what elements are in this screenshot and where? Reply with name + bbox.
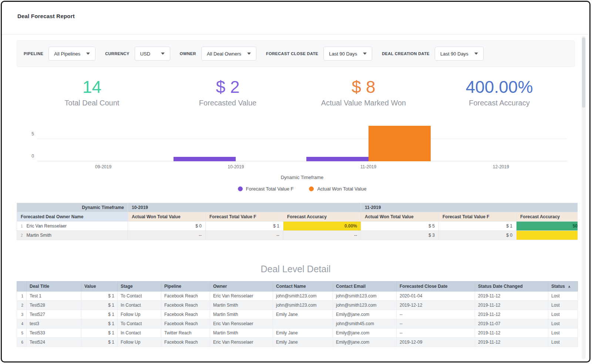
filter-dropdown-deal-creation-date[interactable]: Last 90 Days [435, 47, 484, 61]
legend-item[interactable]: Forecast Total Value F [238, 186, 294, 192]
filter-group-currency: CURRENCYUSD [105, 47, 170, 61]
forecast-bar-chart: 05 09-201910-201911-201912-2019 Dynamic … [37, 117, 567, 192]
detail-cell-owner: Eric Van Rensselaer [210, 291, 273, 301]
pivot-row-number: 1 [21, 224, 23, 228]
kpi-label: Forecasted Value [160, 99, 296, 107]
chevron-down-icon [161, 53, 165, 55]
detail-cell-status-date-changed: 2019-11-12 [475, 328, 548, 338]
filter-dropdown-forecast-close-date[interactable]: Last 90 Days [323, 47, 372, 61]
detail-cell-stage: Follow Up [118, 310, 161, 319]
detail-data-row[interactable]: 5Test533$ 1In ContactTwitter ReachMartin… [17, 328, 578, 338]
detail-table: Deal TitleValueStagePipelineOwnerContact… [17, 281, 578, 347]
detail-column-value[interactable]: Value [81, 282, 118, 291]
detail-cell-forecasted-close-date: 2020-01-04 [397, 291, 475, 301]
pivot-value-cell: -- [206, 231, 283, 240]
filter-dropdown-pipeline[interactable]: All Pipelines [48, 47, 95, 61]
detail-cell-owner: Martin Smith [210, 328, 273, 338]
detail-cell-status: Lost [548, 301, 578, 310]
detail-column-status[interactable]: Status ∧ [548, 282, 578, 291]
bar-forecast-total-value-f[interactable] [174, 157, 236, 161]
pivot-value-cell: $ 0 [439, 231, 517, 240]
detail-header-rownum [17, 282, 27, 291]
detail-column-pipeline[interactable]: Pipeline [161, 282, 210, 291]
bar-forecast-total-value-f[interactable] [306, 157, 369, 161]
detail-column-stage[interactable]: Stage [118, 282, 161, 291]
detail-column-contact-name[interactable]: Contact Name [273, 282, 333, 291]
detail-cell-owner: Eric Van Rensselaer [210, 319, 273, 328]
pivot-value-cell: $ 5 [361, 222, 439, 231]
detail-cell-forecasted-close-date: -- [397, 310, 475, 319]
pivot-column-header: Actual Won Total Value [128, 212, 206, 222]
detail-data-row[interactable]: 4test3$ 1To ContactFacebook ReachEric Va… [17, 319, 578, 328]
pivot-column-header: Actual Won Total Value [361, 212, 439, 222]
filter-selected-value: All Pipelines [54, 51, 80, 57]
chart-legend: Forecast Total Value FActual Won Total V… [37, 186, 567, 192]
legend-dot-icon [238, 186, 243, 191]
detail-data-row[interactable]: 6Test524$ 1Follow UpFacebook ReachEric V… [17, 338, 578, 347]
filter-group-owner: OWNERAll Deal Owners [180, 47, 256, 61]
pivot-owner-name-cell: 1Eric Van Rensselaer [17, 222, 128, 231]
detail-cell-deal-title: Test 1 [27, 291, 81, 301]
pivot-value-cell: 0.00% [283, 222, 361, 231]
pivot-column-header-row: Forecasted Deal Owner NameActual Won Tot… [17, 212, 578, 222]
detail-cell-value: $ 1 [81, 319, 118, 328]
kpi-label: Total Deal Count [24, 99, 160, 107]
pivot-column-header: Forecast Total Value F [206, 212, 283, 222]
detail-cell-deal-title: test3 [27, 319, 81, 328]
pivot-value-cell: $ 3 [361, 231, 439, 240]
detail-column-forecasted-close-date[interactable]: Forecasted Close Date [397, 282, 475, 291]
detail-column-owner[interactable]: Owner [210, 282, 273, 291]
scrollbar-thumb[interactable] [582, 37, 585, 108]
detail-cell-contact-name: Emily Jane [273, 328, 333, 338]
x-tick-label: 09-2019 [37, 164, 169, 169]
pivot-value-cell: 500.00% [517, 222, 578, 231]
detail-data-row[interactable]: 2Test528$ 1In ContactFacebook ReachMarti… [17, 301, 578, 310]
detail-column-deal-title[interactable]: Deal Title [27, 282, 81, 291]
chevron-down-icon [474, 53, 478, 55]
detail-row-number: 6 [17, 338, 27, 347]
detail-cell-contact-name [273, 319, 333, 328]
kpi-value: $ 2 [160, 77, 296, 97]
detail-data-row[interactable]: 1Test 1$ 1To ContactFacebook ReachEric V… [17, 291, 578, 301]
filter-dropdown-currency[interactable]: USD [135, 47, 170, 61]
detail-cell-value: $ 1 [81, 338, 118, 347]
header-divider [2, 34, 589, 35]
vertical-scrollbar[interactable] [582, 36, 586, 359]
detail-cell-pipeline: Facebook Reach [161, 301, 210, 310]
pivot-value-cell: 0.00% [517, 231, 578, 240]
chart-x-axis: 09-201910-201911-201912-2019 [37, 164, 567, 169]
pivot-timeframe-row: Dynamic Timeframe10-201911-2019 [17, 203, 578, 212]
bar-actual-won-total-value[interactable] [369, 126, 431, 161]
detail-cell-deal-title: Test524 [27, 338, 81, 347]
bar-group-09-2019 [37, 117, 169, 161]
filter-label: FORECAST CLOSE DATE [266, 51, 318, 56]
pivot-owner-name-cell: 2Martin Smith [17, 231, 128, 240]
detail-column-contact-email[interactable]: Contact Email [333, 282, 397, 291]
detail-cell-status: Lost [548, 328, 578, 338]
detail-cell-value: $ 1 [81, 291, 118, 301]
kpi-value: 14 [24, 77, 160, 97]
legend-label: Forecast Total Value F [246, 186, 294, 192]
detail-cell-forecasted-close-date: 2019-12-12 [397, 301, 475, 310]
legend-item[interactable]: Actual Won Total Value [309, 186, 366, 192]
detail-column-status-date-changed[interactable]: Status Date Changed [475, 282, 548, 291]
chevron-down-icon [363, 53, 367, 55]
kpi-value: $ 8 [296, 77, 431, 97]
pivot-value-cell: $ 0 [128, 222, 206, 231]
pivot-group-11-2019: 11-2019 [361, 203, 578, 212]
detail-cell-deal-title: Test533 [27, 328, 81, 338]
detail-cell-owner: Martin Smith [210, 301, 273, 310]
filter-selected-value: Last 90 Days [329, 51, 357, 57]
bar-group-10-2019 [169, 117, 302, 161]
detail-cell-contact-name: Emily Jane [273, 338, 333, 347]
detail-data-row[interactable]: 3Test527$ 1Follow UpFacebook ReachMartin… [17, 310, 578, 319]
detail-cell-stage: Follow Up [118, 338, 161, 347]
pivot-row-number: 2 [21, 233, 23, 237]
filter-group-forecast-close-date: FORECAST CLOSE DATELast 90 Days [266, 47, 372, 61]
detail-row-number: 3 [17, 310, 27, 319]
pivot-timeframe-label: Dynamic Timeframe [17, 203, 128, 212]
filter-dropdown-owner[interactable]: All Deal Owners [201, 47, 256, 61]
detail-cell-owner: Eric Van Rensselaer [210, 338, 273, 347]
detail-cell-stage: To Contact [118, 319, 161, 328]
chart-x-axis-label: Dynamic Timeframe [37, 175, 567, 180]
